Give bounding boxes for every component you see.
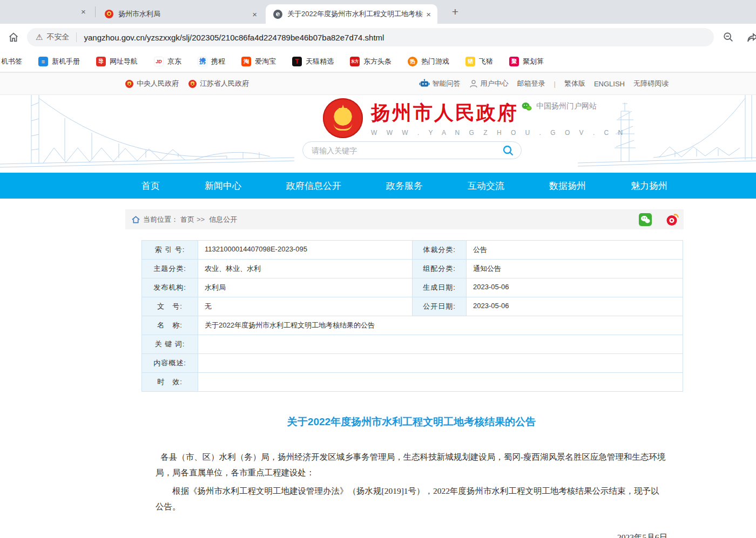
user-center-link[interactable]: 用户中心 — [469, 79, 509, 88]
bookmark-item[interactable]: ≡ 新机手册 — [38, 57, 80, 66]
tmall-icon: T — [292, 57, 302, 66]
bookmark-item[interactable]: 猪 飞猪 — [465, 57, 493, 66]
breadcrumb: 当前位置： 首页 >> 信息公开 — [125, 209, 684, 229]
bookmark-item[interactable]: T 天猫精选 — [292, 57, 334, 66]
meta-value: 农业、林业、水利 — [198, 260, 413, 278]
bookmark-item[interactable]: 聚 聚划算 — [509, 57, 544, 66]
bookmark-item[interactable]: 机书签 — [1, 57, 22, 66]
meta-label: 发布机构: — [142, 278, 198, 297]
search-box[interactable] — [302, 141, 522, 159]
table-row: 发布机构: 水利局 生成日期: 2023-05-06 — [142, 278, 683, 297]
url-field[interactable]: ⚠ 不安全 yangzhou.gov.cn/yzszxxgk/slj/20230… — [27, 28, 714, 46]
breadcrumb-home-link[interactable]: 首页 — [180, 215, 194, 224]
nav-item-services[interactable]: 政务服务 — [386, 180, 423, 192]
bookmark-item[interactable]: 携 携程 — [198, 57, 225, 66]
bookmark-label: 新机手册 — [52, 57, 80, 66]
bookmark-label: 京东 — [167, 57, 181, 66]
meta-value: 通知公告 — [467, 260, 683, 278]
bookmark-item[interactable]: JD 京东 — [154, 57, 181, 66]
table-row: 主题分类: 农业、林业、水利 组配分类: 通知公告 — [142, 260, 683, 278]
mail-login-link[interactable]: 邮箱登录 — [517, 79, 545, 88]
table-row: 文 号: 无 公开日期: 2023-05-06 — [142, 297, 683, 316]
meta-value — [198, 373, 683, 392]
share-icon[interactable] — [746, 31, 756, 44]
breadcrumb-separator: >> — [197, 215, 205, 223]
portal-link[interactable]: 中国扬州门户网站 — [522, 101, 597, 111]
search-input[interactable] — [312, 146, 502, 155]
meta-label: 生成日期: — [413, 278, 467, 297]
new-tab-button[interactable]: + — [448, 5, 462, 19]
nav-item-data[interactable]: 数据扬州 — [549, 180, 586, 192]
bookmark-item[interactable]: 导 网址导航 — [96, 57, 138, 66]
address-bar: ⚠ 不安全 yangzhou.gov.cn/yzszxxgk/slj/20230… — [0, 24, 756, 51]
breadcrumb-home-icon[interactable] — [132, 216, 140, 223]
article-title: 关于2022年度扬州市水利工程文明工地考核结果的公告 — [156, 412, 667, 431]
table-row: 关 键 词: — [142, 335, 683, 354]
bookmark-item[interactable]: 东方 东方头条 — [350, 57, 392, 66]
meta-value: 2023-05-06 — [467, 297, 683, 316]
bookmarks-bar: 机书签 ≡ 新机手册 导 网址导航 JD 京东 携 携程 淘 爱淘宝 T 天猫精… — [0, 51, 756, 72]
robot-icon — [419, 79, 430, 88]
meta-label: 体裁分类: — [413, 241, 467, 260]
close-icon[interactable]: × — [81, 8, 86, 16]
tab-title: 关于2022年度扬州市水利工程文明工地考核结果的公告 — [287, 9, 423, 19]
article-date: 2023年5月6日 — [156, 530, 667, 538]
tab-title: 扬州市水利局 — [118, 9, 249, 19]
meta-value: 2023-05-06 — [467, 278, 683, 297]
emblem-favicon-icon — [105, 10, 113, 18]
bookmark-label: 东方头条 — [363, 57, 392, 66]
nav-item-home[interactable]: 首页 — [141, 180, 160, 192]
meta-label: 索 引 号: — [142, 241, 198, 260]
metadata-table: 索 引 号: 11321000014407098E-2023-095 体裁分类:… — [141, 240, 683, 392]
emblem-icon — [188, 80, 197, 88]
bookmark-label: 飞猪 — [479, 57, 493, 66]
english-link[interactable]: ENGLISH — [594, 80, 625, 88]
breadcrumb-prefix: 当前位置： — [143, 215, 178, 224]
meta-label: 组配分类: — [413, 260, 467, 278]
content-card: 当前位置： 首页 >> 信息公开 — [125, 209, 684, 538]
meta-label: 文 号: — [142, 297, 198, 316]
portal-label: 中国扬州门户网站 — [536, 101, 597, 111]
util-label: 用户中心 — [481, 79, 509, 88]
smart-qa-link[interactable]: 智能问答 — [419, 79, 461, 88]
table-row: 时 效: — [142, 373, 683, 392]
search-icon[interactable] — [502, 144, 515, 157]
bookmark-item[interactable]: 热 热门游戏 — [408, 57, 449, 66]
security-label[interactable]: 不安全 — [46, 32, 69, 42]
table-row: 索 引 号: 11321000014407098E-2023-095 体裁分类:… — [142, 241, 683, 260]
bookmark-label: 天猫精选 — [306, 57, 334, 66]
nav-item-charm[interactable]: 魅力扬州 — [631, 180, 667, 192]
close-icon[interactable]: × — [252, 10, 257, 18]
traditional-link[interactable]: 繁体版 — [564, 79, 585, 88]
util-label: 智能问答 — [433, 79, 461, 88]
tab-announcement-active[interactable]: e 关于2022年度扬州市水利工程文明工地考核结果的公告 × — [266, 4, 437, 24]
meta-value — [198, 335, 683, 354]
weibo-share-icon[interactable] — [666, 213, 679, 226]
bookmark-label: 网址导航 — [110, 57, 138, 66]
nav-item-info-disclosure[interactable]: 政府信息公开 — [286, 180, 341, 192]
nav-item-news[interactable]: 新闻中心 — [205, 180, 241, 192]
nav-site-icon: 导 — [96, 57, 106, 66]
wechat-share-icon[interactable] — [639, 213, 652, 226]
meta-value: 无 — [198, 297, 413, 316]
nav-item-interaction[interactable]: 互动交流 — [468, 180, 504, 192]
link-central-gov[interactable]: 中央人民政府 — [125, 79, 179, 88]
gov-link-label: 江苏省人民政府 — [200, 79, 249, 88]
url-text[interactable]: yangzhou.gov.cn/yzszxxgk/slj/202305/210c… — [84, 33, 384, 42]
meta-value: 水利局 — [198, 278, 413, 297]
bookmark-item[interactable]: 淘 爱淘宝 — [241, 57, 276, 66]
zoom-out-icon[interactable] — [723, 31, 734, 43]
user-icon — [469, 79, 478, 88]
jd-icon: JD — [154, 57, 164, 66]
home-icon[interactable] — [8, 31, 19, 43]
main-nav: 首页 新闻中心 政府信息公开 政务服务 互动交流 数据扬州 魅力扬州 — [0, 173, 756, 199]
tab-shuiliju[interactable]: 扬州市水利局 × — [97, 4, 264, 24]
warning-icon[interactable]: ⚠ — [36, 32, 43, 42]
accessibility-link[interactable]: 无障碍阅读 — [633, 79, 669, 88]
bookmark-label: 热门游戏 — [421, 57, 449, 66]
meta-value: 公告 — [467, 241, 683, 260]
close-icon[interactable]: × — [426, 10, 431, 18]
bookmark-label: 聚划算 — [523, 57, 544, 66]
breadcrumb-current[interactable]: 信息公开 — [209, 215, 237, 224]
link-jiangsu-gov[interactable]: 江苏省人民政府 — [188, 79, 249, 88]
